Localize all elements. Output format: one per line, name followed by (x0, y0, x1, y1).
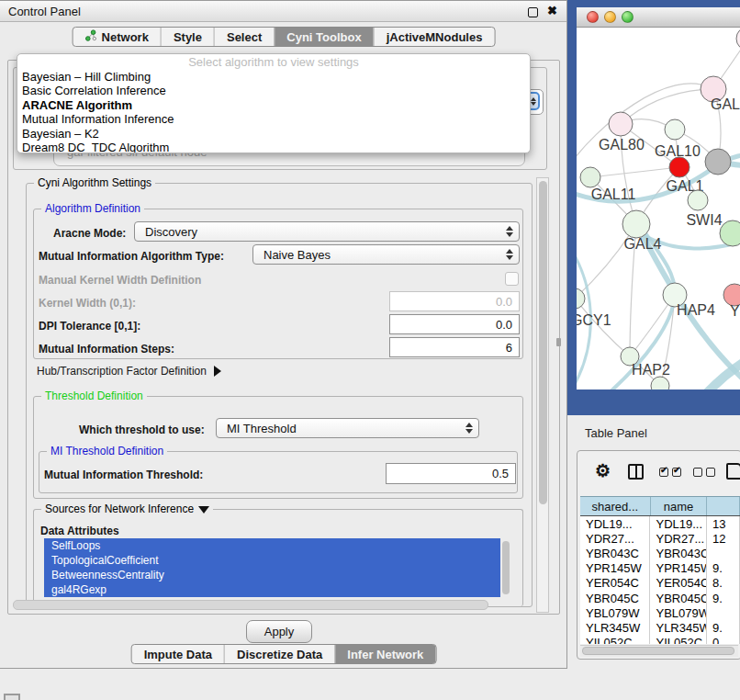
mi-threshold-legend: MI Threshold Definition (47, 445, 167, 458)
tab-impute-data[interactable]: Impute Data (132, 645, 224, 663)
network-node-gal10[interactable] (665, 119, 685, 140)
network-node[interactable] (705, 149, 731, 175)
collapse-down-icon (198, 506, 209, 514)
table-row[interactable]: YIL052CYIL052C0. (580, 636, 740, 645)
aracne-mode-combo[interactable]: Discovery (134, 221, 520, 242)
algorithm-dropdown-popup: Select algorithm to view settings Bayesi… (17, 53, 531, 153)
tab-discretize-data[interactable]: Discretize Data (224, 645, 334, 663)
table-row[interactable]: YBL079WYBL079W (580, 605, 740, 620)
table-row[interactable]: YBR043CYBR043C (580, 546, 740, 560)
network-window-titlebar[interactable] (577, 7, 740, 28)
table-cell: 9. (707, 591, 740, 605)
table-cell: YDR27... (580, 531, 650, 546)
tab-cyni-toolbox[interactable]: Cyni Toolbox (274, 28, 373, 46)
table-hscrollbar-thumb[interactable] (582, 647, 734, 655)
network-canvas-wrap[interactable]: GALGAL80GAL10GAL1GAL11SWI4GAL4GCY1HAP4YH… (577, 28, 740, 390)
tab-label: Cyni Toolbox (286, 30, 361, 44)
settings-hscrollbar[interactable] (13, 600, 488, 610)
table-row[interactable]: YDL19...YDL19...13 (580, 516, 740, 531)
data-attribute-item[interactable]: gal4RGexp (44, 582, 500, 597)
mi-steps-value: 6 (506, 341, 512, 355)
hub-definition-expander[interactable]: Hub/Transcription Factor Definition (37, 365, 221, 378)
float-window-icon[interactable] (528, 7, 538, 17)
dpi-tolerance-value: 0.0 (496, 318, 512, 332)
hub-definition-label: Hub/Transcription Factor Definition (37, 365, 207, 378)
deselect-all-checkboxes-icon[interactable] (693, 468, 715, 477)
new-table-icon[interactable] (726, 463, 740, 480)
node-label: HAP4 (677, 302, 715, 318)
mi-threshold-field[interactable]: 0.5 (386, 463, 516, 484)
tab-select[interactable]: Select (214, 28, 274, 46)
dock-panel-icon[interactable] (4, 694, 20, 700)
algorithm-option[interactable]: ARACNE Algorithm (17, 98, 530, 112)
algorithm-option[interactable]: Dream8 DC_TDC Algorithm (17, 141, 530, 153)
zoom-button[interactable] (622, 11, 633, 23)
sources-legend[interactable]: Sources for Network Inference (41, 502, 213, 516)
which-threshold-combo[interactable]: MI Threshold (216, 418, 479, 438)
apply-button[interactable]: Apply (246, 620, 312, 643)
panel-splitter-handle[interactable] (556, 338, 561, 346)
network-icon (85, 29, 97, 44)
control-panel-titlebar[interactable]: Control Panel ✖ (0, 1, 566, 22)
table-row[interactable]: YER054CYER054C8. (580, 576, 740, 591)
column-header[interactable]: shared... (580, 497, 651, 515)
close-button[interactable] (587, 11, 599, 23)
table-cell: 9. (707, 620, 740, 635)
tab-infer-network[interactable]: Infer Network (334, 645, 435, 663)
threshold-definition-legend: Threshold Definition (41, 390, 147, 403)
network-canvas[interactable]: GALGAL80GAL10GAL1GAL11SWI4GAL4GCY1HAP4YH… (577, 28, 740, 390)
table-cell: YBL079W (580, 605, 650, 620)
tab-style[interactable]: Style (161, 28, 214, 46)
network-node-swi4[interactable] (688, 190, 708, 210)
network-node-gal4[interactable] (622, 210, 650, 238)
table-cell: YIL052C (650, 636, 707, 645)
node-label: GAL4 (624, 236, 662, 252)
tab-jactivemnodules[interactable]: jActiveMNodules (374, 28, 495, 46)
network-node-gal1[interactable] (669, 157, 690, 177)
control-panel-window: Control Panel ✖ NetworkStyleSelectCyni T… (0, 0, 567, 669)
close-panel-icon[interactable]: ✖ (547, 4, 557, 17)
network-node[interactable] (720, 220, 740, 246)
minimize-button[interactable] (604, 11, 616, 23)
table-row[interactable]: YPR145WYPR145W9. (580, 561, 740, 576)
table-row[interactable]: YBR045CYBR045C9. (580, 591, 740, 605)
table-row[interactable]: YDR27...YDR27...12 (580, 531, 740, 546)
algorithm-option[interactable]: Basic Correlation Inference (17, 84, 530, 97)
data-attribute-item[interactable]: BetweennessCentrality (44, 568, 500, 582)
network-node-gal11[interactable] (580, 167, 600, 187)
column-header[interactable] (707, 497, 740, 515)
table-row[interactable]: YLR345WYLR345W9. (580, 620, 740, 635)
algorithm-option[interactable]: Bayesian – K2 (17, 127, 530, 141)
table-cell (707, 605, 740, 620)
tab-label: Impute Data (144, 648, 212, 661)
table-cell: YBR043C (580, 546, 650, 560)
table-cell (707, 546, 740, 560)
attr-list-scrollbar[interactable] (502, 541, 510, 594)
tab-network[interactable]: Network (73, 28, 161, 46)
data-attribute-item[interactable]: SelfLoops (44, 538, 500, 553)
table-cell: YER054C (580, 576, 650, 591)
data-attribute-item[interactable]: TopologicalCoefficient (44, 553, 500, 568)
select-all-checkboxes-icon[interactable] (659, 468, 681, 477)
dpi-tolerance-field[interactable]: 0.0 (389, 314, 520, 334)
kernel-width-field[interactable]: 0.0 (389, 291, 520, 311)
network-node[interactable] (736, 28, 740, 51)
manual-kernel-width-checkbox[interactable] (505, 272, 519, 286)
mi-algorithm-type-combo[interactable]: Naive Bayes (252, 244, 520, 265)
mi-steps-field[interactable]: 6 (389, 337, 520, 357)
kernel-width-value: 0.0 (496, 295, 512, 309)
algorithm-option[interactable]: Mutual Information Inference (17, 112, 530, 126)
network-node-gcy1[interactable] (577, 288, 585, 309)
settings-vscrollbar-thumb[interactable] (539, 181, 547, 504)
mi-threshold-label: Mutual Information Threshold: (44, 469, 203, 481)
gear-icon[interactable]: ⚙ (595, 462, 611, 480)
bottom-tab-strip: Impute DataDiscretize DataInfer Network (131, 644, 437, 664)
aracne-mode-label: Aracne Mode: (53, 227, 126, 240)
top-tab-strip: NetworkStyleSelectCyni ToolboxjActiveMNo… (73, 27, 496, 47)
column-header[interactable]: name (651, 497, 708, 515)
algorithm-option[interactable]: Bayesian – Hill Climbing (17, 70, 530, 84)
network-node-gal80[interactable] (609, 112, 633, 136)
split-columns-icon[interactable] (628, 464, 644, 480)
network-node[interactable] (651, 377, 669, 390)
node-label: Y (730, 303, 740, 319)
